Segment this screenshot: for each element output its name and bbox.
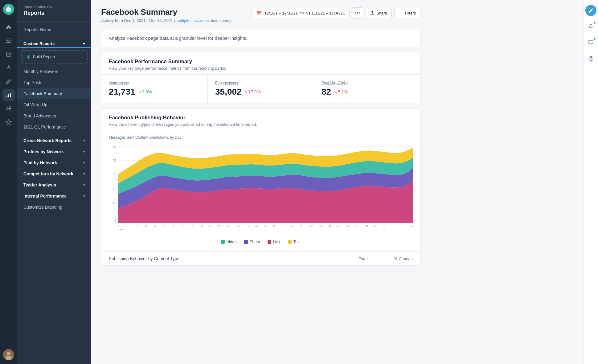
sidebar-item-brand-advocates[interactable]: Brand Advocates xyxy=(17,110,91,121)
post-link-clicks-label: Post Link Clicks xyxy=(322,81,413,85)
main-content: Facebook Summary Activity from Dec 1, 20… xyxy=(91,0,583,364)
svg-point-9 xyxy=(9,107,11,108)
svg-text:8: 8 xyxy=(182,224,183,228)
svg-text:26: 26 xyxy=(346,224,350,228)
sidebar-item-twitter-analysis[interactable]: Twitter Analysis ▾ xyxy=(17,179,91,190)
custom-reports-section[interactable]: Custom Reports ▾ xyxy=(17,38,91,48)
sidebar-item-paid-by-network[interactable]: Paid by Network ▾ xyxy=(17,157,91,168)
svg-text:6: 6 xyxy=(163,224,165,228)
chart-svg: 30 25 20 15 10 5 0 xyxy=(109,143,413,230)
svg-text:5: 5 xyxy=(154,224,156,228)
svg-text:28: 28 xyxy=(364,224,368,228)
legend-text-label: Text xyxy=(293,239,301,244)
icon-bar xyxy=(0,0,17,364)
brand-title: Reports xyxy=(23,10,85,16)
help-icon[interactable] xyxy=(585,53,596,64)
chevron-icon: ▾ xyxy=(83,194,85,198)
svg-rect-5 xyxy=(6,96,7,97)
sidebar-item-internal-performance[interactable]: Internal Performance ▾ xyxy=(17,190,91,202)
svg-text:12: 12 xyxy=(218,224,221,228)
svg-rect-6 xyxy=(8,94,9,97)
performance-summary-title: Facebook Performance Summary xyxy=(109,59,413,65)
svg-text:20: 20 xyxy=(291,224,295,228)
messages-icon[interactable] xyxy=(585,37,596,48)
filters-button[interactable]: Filters xyxy=(394,8,420,18)
sidebar-item-top-posts[interactable]: Top Posts xyxy=(17,77,91,88)
svg-text:30: 30 xyxy=(383,224,387,228)
engagements-value: 35,002 ↘ 17.9% xyxy=(215,87,306,97)
nav-compose-icon[interactable] xyxy=(2,75,15,88)
nav-home-icon[interactable] xyxy=(2,21,15,33)
build-report-button[interactable]: ⊕ Build Report xyxy=(21,50,88,63)
nav-star-icon[interactable] xyxy=(2,116,15,128)
user-avatar[interactable] xyxy=(3,349,14,360)
sidebar-item-customize-branding[interactable]: Customize Branding xyxy=(17,202,91,213)
svg-text:22: 22 xyxy=(309,224,313,228)
chevron-icon: ▾ xyxy=(83,138,85,143)
svg-text:14: 14 xyxy=(236,224,240,228)
sidebar-item-reports-home[interactable]: Reports Home xyxy=(17,24,91,35)
publishing-behavior-title: Facebook Publishing Behavior xyxy=(109,115,413,121)
sidebar: Sprout Coffee Co. Reports Reports Home C… xyxy=(17,0,91,364)
date-range-button[interactable]: 📅 12/1/21 – 12/31/21 vs vs 11/1/21 – 11/… xyxy=(252,8,349,18)
intro-card: Analyze Facebook page data at a granular… xyxy=(101,29,420,47)
legend-photo-dot xyxy=(244,240,248,244)
date-compare-range: vs 11/1/21 – 11/30/21 xyxy=(306,11,345,15)
pub-behavior-table-header: Publishing Behavior by Content Type Tota… xyxy=(101,252,420,265)
timezone-link[interactable]: multiple time zones xyxy=(175,18,210,23)
more-options-button[interactable]: ••• xyxy=(352,7,363,18)
svg-text:13: 13 xyxy=(227,224,231,228)
nav-tasks-icon[interactable] xyxy=(2,48,15,60)
legend-photo: Photo xyxy=(244,239,260,244)
impressions-label: Impressions xyxy=(109,81,200,85)
publishing-behavior-header: Facebook Publishing Behavior View the di… xyxy=(101,108,420,130)
sidebar-item-2021-q1[interactable]: 2021 Q1 Performance xyxy=(17,121,91,133)
share-label: Share xyxy=(376,11,387,15)
svg-text:7: 7 xyxy=(173,224,174,228)
chart-legend: Video Photo Link Text xyxy=(109,239,413,244)
notifications-icon[interactable] xyxy=(585,21,596,32)
svg-text:18: 18 xyxy=(272,224,276,228)
impressions-change: ↗ 3.9% xyxy=(138,89,152,94)
plus-icon: ⊕ xyxy=(27,54,31,60)
share-button[interactable]: Share xyxy=(366,8,392,18)
header-actions: 📅 12/1/21 – 12/31/21 vs vs 11/1/21 – 11/… xyxy=(252,7,420,18)
legend-link-dot xyxy=(268,240,271,244)
sidebar-item-profiles-by-network[interactable]: Profiles by Network ▾ xyxy=(17,146,91,157)
page-title: Facebook Summary xyxy=(101,7,231,17)
pub-behavior-table-title: Publishing Behavior by Content Type xyxy=(109,256,179,261)
svg-text:15: 15 xyxy=(113,187,117,191)
col-change: % Change xyxy=(394,256,413,261)
svg-text:25: 25 xyxy=(113,159,117,162)
date-compare-text: vs xyxy=(300,11,304,15)
svg-rect-7 xyxy=(10,93,11,97)
nav-inbox-icon[interactable] xyxy=(2,35,15,47)
nav-analytics-icon[interactable] xyxy=(2,89,15,101)
svg-text:11: 11 xyxy=(208,224,212,228)
impressions-value: 21,731 ↗ 3.9% xyxy=(109,87,200,97)
sidebar-item-q4-wrap-up[interactable]: Q4 Wrap Up xyxy=(17,99,91,110)
custom-reports-chevron: ▾ xyxy=(83,41,85,46)
sidebar-item-cross-network[interactable]: Cross-Network Reports ▾ xyxy=(17,135,91,146)
sidebar-item-facebook-summary[interactable]: Facebook Summary xyxy=(17,88,91,99)
edit-report-button[interactable] xyxy=(585,5,596,16)
sidebar-header: Sprout Coffee Co. Reports xyxy=(17,0,91,22)
sidebar-item-competitors-by-network[interactable]: Competitors by Network ▾ xyxy=(17,168,91,179)
svg-rect-1 xyxy=(6,39,11,43)
performance-summary-card: Facebook Performance Summary View your k… xyxy=(101,52,420,103)
legend-photo-label: Photo xyxy=(250,239,260,244)
app-logo[interactable] xyxy=(3,4,14,15)
nav-sprout-icon[interactable] xyxy=(2,102,15,115)
post-link-clicks-value: 82 ↘ 5.1% xyxy=(322,87,413,97)
metric-impressions: Impressions 21,731 ↗ 3.9% xyxy=(101,75,208,103)
right-panel xyxy=(583,0,598,364)
sidebar-item-monthly-followers[interactable]: Monthly Followers xyxy=(17,66,91,77)
svg-text:17: 17 xyxy=(264,224,267,228)
publishing-behavior-card: Facebook Publishing Behavior View the di… xyxy=(101,108,420,266)
chart-area: Messages Sent Content Breakdown, by Day … xyxy=(101,130,420,252)
svg-text:23: 23 xyxy=(318,224,322,228)
legend-link-label: Link xyxy=(273,239,281,244)
col-totals: Totals xyxy=(359,256,369,261)
nav-publish-icon[interactable] xyxy=(2,62,15,74)
engagements-label: Engagements xyxy=(215,81,306,85)
